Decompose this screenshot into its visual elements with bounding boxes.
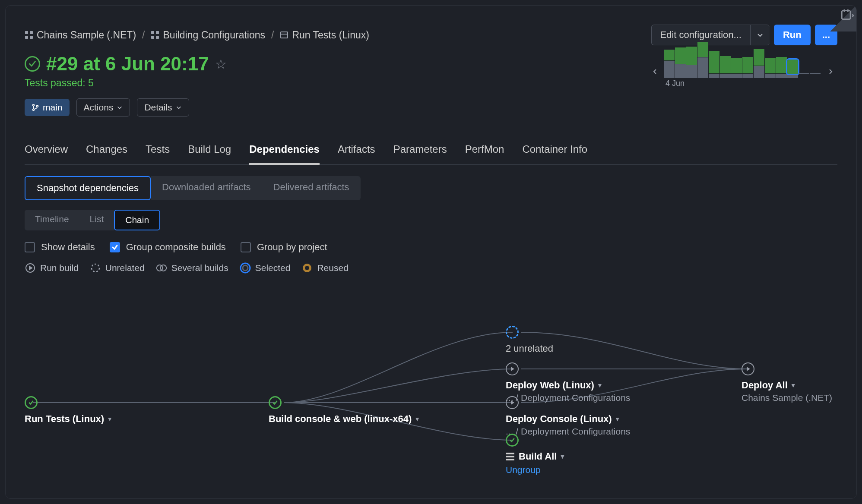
trends-bar[interactable] — [731, 58, 742, 78]
breadcrumb-item-2[interactable]: Run Tests (Linux) — [280, 29, 369, 41]
trends-bar[interactable] — [686, 47, 697, 78]
legend-label: Several builds — [171, 263, 228, 273]
subtab-downloaded-artifacts[interactable]: Downloaded artifacts — [151, 176, 262, 200]
node-subtitle: Chains Sample (.NET) — [742, 393, 832, 403]
play-icon[interactable] — [506, 396, 519, 409]
subtab-delivered-artifacts[interactable]: Delivered artifacts — [262, 176, 361, 200]
node-title: Run Tests (Linux) — [25, 413, 104, 425]
trends-bar[interactable] — [697, 42, 708, 78]
viewtab-chain[interactable]: Chain — [114, 210, 160, 230]
chain-node-build-all[interactable]: Build All ▼ Ungroup — [506, 434, 565, 475]
group-composite-checkbox[interactable] — [110, 242, 120, 252]
chevron-down-icon[interactable]: ▼ — [107, 416, 113, 422]
chevron-down-icon[interactable]: ▼ — [615, 416, 621, 422]
tab-tests[interactable]: Tests — [146, 143, 170, 164]
chain-node-build-console[interactable]: Build console & web (linux-x64) ▼ — [269, 396, 420, 425]
breadcrumb: Chains Sample (.NET) / Building Configur… — [25, 29, 369, 41]
legend-several: Several builds — [156, 262, 228, 274]
trends-bar[interactable] — [675, 47, 686, 78]
svg-point-18 — [241, 263, 250, 273]
trends-bar[interactable] — [742, 57, 753, 78]
more-label: ... — [822, 29, 830, 41]
chevron-down-icon[interactable]: ▼ — [597, 382, 603, 389]
play-icon[interactable] — [742, 362, 754, 375]
chain-legend: Run build Unrelated Several builds Selec… — [25, 262, 837, 274]
trends-bar[interactable] — [799, 73, 809, 78]
chevron-down-icon[interactable]: ▼ — [559, 453, 565, 460]
success-icon — [506, 434, 519, 447]
ungroup-link[interactable]: Ungroup — [506, 465, 565, 475]
node-title: 2 unrelated — [506, 343, 553, 354]
svg-point-15 — [92, 264, 99, 272]
trends-prev-button[interactable] — [650, 66, 660, 77]
tab-container-info[interactable]: Container Info — [522, 143, 587, 164]
details-dropdown[interactable]: Details — [137, 98, 189, 117]
breadcrumb-separator: / — [271, 29, 274, 41]
tab-build-log[interactable]: Build Log — [188, 143, 231, 164]
trends-bar[interactable] — [720, 56, 731, 78]
trends-bar[interactable] — [810, 73, 821, 78]
legend-run-build: Run build — [25, 262, 79, 274]
trends-next-button[interactable] — [825, 66, 836, 77]
chain-graph: Run Tests (Linux) ▼ Build console & web … — [25, 298, 837, 499]
corner-fold — [830, 6, 856, 32]
reused-icon — [301, 262, 313, 274]
svg-point-12 — [33, 109, 35, 110]
show-details-label: Show details — [41, 242, 95, 253]
svg-rect-7 — [151, 36, 154, 39]
node-title: Deploy Web (Linux) — [506, 380, 594, 391]
svg-rect-5 — [151, 31, 154, 34]
trends-bar[interactable] — [664, 50, 675, 78]
viewtab-list[interactable]: List — [79, 210, 114, 230]
svg-rect-9 — [281, 32, 288, 38]
svg-rect-2 — [30, 31, 33, 34]
subtab-snapshot-dependencies[interactable]: Snapshot dependencies — [25, 176, 151, 200]
node-title: Build All — [519, 451, 557, 462]
trends-bar[interactable] — [765, 58, 776, 78]
group-project-label: Group by project — [257, 242, 327, 253]
chain-node-unrelated[interactable]: 2 unrelated — [506, 326, 553, 354]
project-icon — [25, 31, 33, 39]
trends-date-label: 4 Jun — [664, 79, 685, 88]
trends-bar[interactable] — [754, 49, 764, 78]
breadcrumb-item-0[interactable]: Chains Sample (.NET) — [25, 29, 136, 41]
branch-pill[interactable]: main — [25, 99, 70, 116]
edit-configuration-label: Edit configuration... — [660, 29, 742, 41]
dependencies-subtabs: Snapshot dependenciesDownloaded artifact… — [25, 176, 361, 200]
favorite-star-icon[interactable]: ☆ — [215, 57, 227, 72]
trends-bar[interactable] — [776, 57, 787, 78]
trends-bar[interactable] — [787, 60, 798, 78]
trends-chart: 4 Jun — [650, 48, 836, 95]
edit-configuration-dropdown[interactable] — [750, 25, 770, 45]
run-button[interactable]: Run — [774, 25, 811, 45]
chevron-down-icon[interactable]: ▼ — [414, 416, 420, 422]
chevron-down-icon[interactable]: ▼ — [790, 382, 796, 389]
selected-icon — [240, 262, 251, 274]
tab-overview[interactable]: Overview — [25, 143, 68, 164]
show-details-checkbox[interactable] — [25, 242, 35, 252]
play-icon — [25, 262, 36, 274]
chain-node-deploy-console[interactable]: Deploy Console (Linux) ▼ ... / Deploymen… — [506, 396, 630, 437]
breadcrumb-label: Chains Sample (.NET) — [37, 29, 136, 41]
tab-parameters[interactable]: Parameters — [393, 143, 447, 164]
chain-node-deploy-all[interactable]: Deploy All ▼ Chains Sample (.NET) — [742, 362, 832, 403]
legend-label: Run build — [40, 263, 79, 273]
viewtab-timeline[interactable]: Timeline — [25, 210, 79, 230]
breadcrumb-label: Run Tests (Linux) — [292, 29, 369, 41]
tab-perfmon[interactable]: PerfMon — [465, 143, 504, 164]
breadcrumb-item-1[interactable]: Building Configurations — [151, 29, 265, 41]
play-icon[interactable] — [506, 362, 519, 375]
several-icon — [156, 262, 167, 274]
group-project-checkbox[interactable] — [241, 242, 251, 252]
trends-bar[interactable] — [709, 51, 719, 78]
actions-dropdown[interactable]: Actions — [76, 98, 130, 117]
chain-node-run-tests[interactable]: Run Tests (Linux) ▼ — [25, 396, 113, 425]
svg-rect-3 — [25, 36, 28, 39]
svg-rect-24 — [506, 459, 514, 460]
node-title: Deploy All — [742, 380, 788, 391]
breadcrumb-label: Building Configurations — [163, 29, 265, 41]
tab-dependencies[interactable]: Dependencies — [249, 143, 320, 165]
tab-artifacts[interactable]: Artifacts — [338, 143, 375, 164]
tab-changes[interactable]: Changes — [86, 143, 127, 164]
svg-rect-8 — [156, 36, 159, 39]
